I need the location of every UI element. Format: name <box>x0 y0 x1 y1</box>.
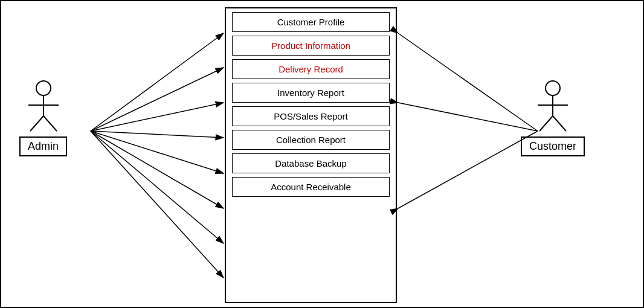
usecase-container: Customer Profile Product Information Del… <box>225 7 397 303</box>
admin-actor: Admin <box>19 80 67 156</box>
usecase-inventory-report: Inventory Report <box>232 83 390 103</box>
svg-line-3 <box>30 116 43 131</box>
arrow-customer-customer-profile <box>398 33 538 131</box>
arrow-admin-account-receivable <box>91 131 224 278</box>
svg-line-9 <box>553 116 566 131</box>
admin-label: Admin <box>19 136 67 156</box>
admin-figure <box>25 80 62 134</box>
customer-label: Customer <box>521 136 585 156</box>
usecase-product-information: Product Information <box>232 36 390 56</box>
arrow-customer-delivery-record <box>398 103 538 131</box>
diagram-container: Admin Customer Customer Profile Product … <box>0 0 644 308</box>
usecase-delivery-record: Delivery Record <box>232 59 390 79</box>
arrow-admin-product-info <box>91 68 224 131</box>
usecase-account-receivable: Account Receivable <box>232 177 390 197</box>
svg-line-4 <box>43 116 57 131</box>
arrow-admin-delivery-record <box>91 103 224 131</box>
arrow-admin-collection-report <box>91 131 224 208</box>
svg-line-8 <box>539 116 553 131</box>
svg-point-5 <box>546 81 560 95</box>
usecase-pos-sales-report: POS/Sales Report <box>232 106 390 126</box>
customer-figure <box>535 80 571 134</box>
usecase-customer-profile: Customer Profile <box>232 12 390 32</box>
arrow-admin-inventory-report <box>91 131 224 138</box>
arrow-admin-database-backup <box>91 131 224 243</box>
usecase-database-backup: Database Backup <box>232 153 390 173</box>
svg-point-0 <box>36 81 51 95</box>
arrow-customer-collection-report <box>398 131 538 208</box>
usecase-collection-report: Collection Report <box>232 130 390 150</box>
arrow-admin-customer-profile <box>91 33 224 131</box>
customer-actor: Customer <box>521 80 585 156</box>
arrow-admin-pos-sales <box>91 131 224 173</box>
